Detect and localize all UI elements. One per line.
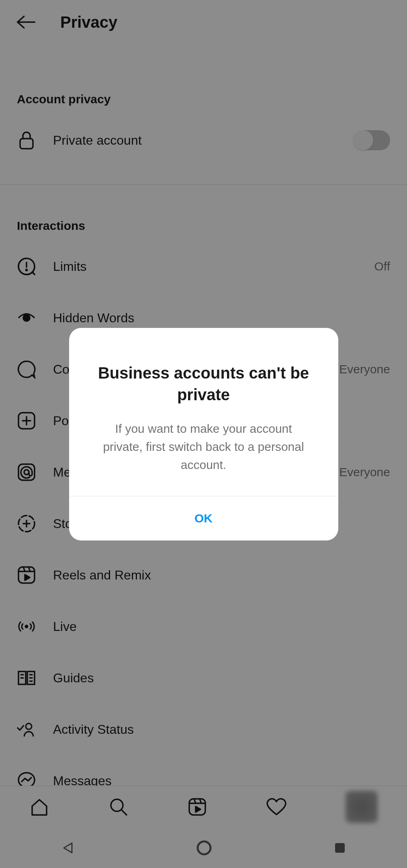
dialog-body-text: If you want to make your account private… <box>97 420 310 474</box>
dialog-title: Business accounts can't be private <box>97 362 310 405</box>
modal-scrim[interactable]: Business accounts can't be private If yo… <box>0 0 407 868</box>
dialog-ok-button[interactable]: OK <box>69 496 338 540</box>
business-private-dialog: Business accounts can't be private If yo… <box>69 328 338 540</box>
